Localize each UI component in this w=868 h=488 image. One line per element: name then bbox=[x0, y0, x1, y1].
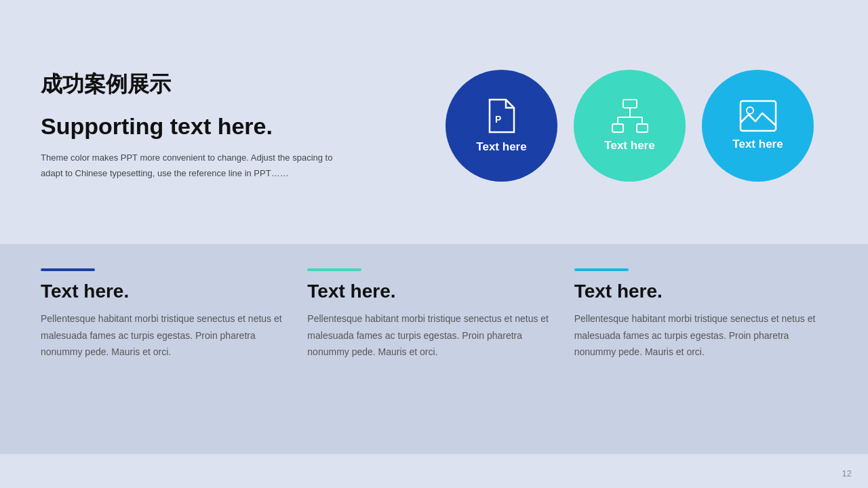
card-title-3: Text here. bbox=[574, 281, 827, 302]
card-body-2: Pellentesque habitant morbi tristique se… bbox=[307, 310, 560, 361]
card-line-2 bbox=[307, 268, 361, 271]
circle-3: Text here bbox=[702, 70, 814, 182]
image-icon bbox=[739, 100, 777, 132]
svg-rect-2 bbox=[612, 124, 623, 132]
svg-text:P: P bbox=[495, 114, 501, 125]
bottom-card-1: Text here. Pellentesque habitant morbi t… bbox=[41, 268, 294, 434]
top-section: 成功案例展示 Supporting text here. Theme color… bbox=[0, 0, 868, 244]
circle-1: P Text here bbox=[446, 70, 557, 182]
circle-2-label: Text here bbox=[604, 139, 654, 152]
circle-3-label: Text here bbox=[732, 138, 783, 151]
circle-1-label: Text here bbox=[476, 140, 526, 154]
page-number: 12 bbox=[842, 468, 852, 479]
svg-rect-1 bbox=[623, 100, 637, 108]
bottom-card-3: Text here. Pellentesque habitant morbi t… bbox=[574, 268, 827, 434]
circle-2: Text here bbox=[574, 70, 686, 182]
chinese-title: 成功案例展示 bbox=[41, 70, 420, 100]
svg-rect-8 bbox=[741, 101, 776, 131]
card-body-3: Pellentesque habitant morbi tristique se… bbox=[574, 310, 827, 361]
card-line-3 bbox=[574, 268, 629, 271]
network-icon bbox=[611, 98, 649, 134]
top-left: 成功案例展示 Supporting text here. Theme color… bbox=[41, 70, 420, 180]
bottom-section: Text here. Pellentesque habitant morbi t… bbox=[0, 244, 868, 454]
svg-point-9 bbox=[747, 107, 753, 114]
circles-area: P Text here bbox=[446, 70, 827, 182]
slide: 成功案例展示 Supporting text here. Theme color… bbox=[0, 0, 868, 488]
bottom-card-2: Text here. Pellentesque habitant morbi t… bbox=[307, 268, 560, 434]
description-text: Theme color makes PPT more convenient to… bbox=[41, 150, 353, 180]
card-line-1 bbox=[41, 268, 95, 271]
file-icon: P bbox=[486, 97, 518, 135]
card-title-2: Text here. bbox=[307, 281, 560, 302]
card-title-1: Text here. bbox=[41, 281, 294, 302]
svg-rect-3 bbox=[637, 124, 648, 132]
supporting-text: Supporting text here. bbox=[41, 113, 420, 140]
card-body-1: Pellentesque habitant morbi tristique se… bbox=[41, 310, 294, 361]
